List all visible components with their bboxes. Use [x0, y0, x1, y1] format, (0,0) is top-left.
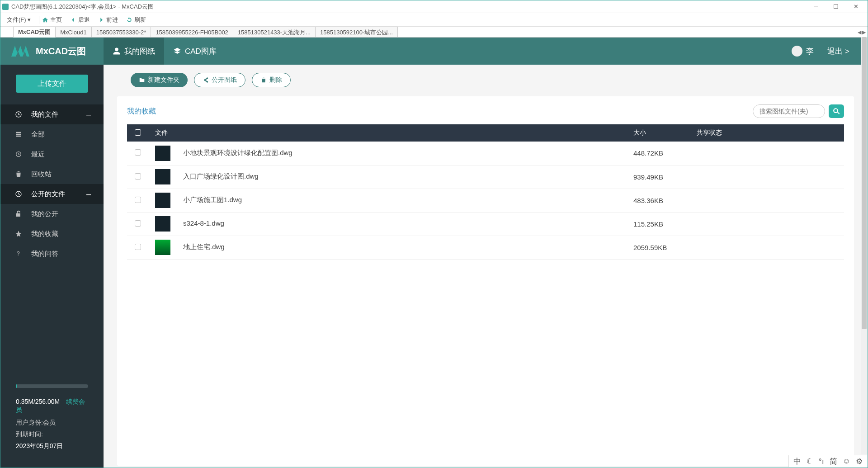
ime-lang[interactable]: 中 [793, 456, 801, 467]
collapse-icon: – [86, 110, 91, 119]
new-folder-button[interactable]: 新建文件夹 [131, 73, 188, 87]
tab-scroll-right-icon: ▶ [862, 29, 866, 35]
separator [39, 16, 39, 24]
question-icon: ? [15, 250, 22, 257]
sidebar-recycle[interactable]: 回收站 [0, 164, 104, 184]
col-share[interactable]: 共享状态 [690, 124, 844, 142]
share-icon [203, 77, 209, 83]
sidebar-recent[interactable]: 最近 [0, 144, 104, 164]
layers-icon [173, 47, 181, 55]
nav-cad-gallery[interactable]: CAD图库 [164, 38, 226, 65]
sidebar-my-fav[interactable]: 我的收藏 [0, 224, 104, 244]
file-name: 入口广场绿化设计图.dwg [183, 172, 259, 180]
document-tab[interactable]: MxCloud1 [55, 27, 92, 38]
browser-toolbar: 文件(F) ▾ 主页 后退 前进 刷新 [0, 13, 868, 27]
file-size: 448.72KB [627, 142, 690, 165]
forward-button[interactable]: 前进 [98, 16, 118, 24]
table-row[interactable]: s324-8-1.dwg115.25KB [127, 212, 844, 236]
nav-my-drawings[interactable]: 我的图纸 [104, 38, 164, 65]
document-tab[interactable]: 1585037553330-2* [91, 27, 151, 38]
storage-panel: 0.35M/256.00M 续费会员 用户身份:会员 到期时间: 2023年05… [0, 384, 104, 468]
document-tab[interactable]: 1585130592100-城市公园... [315, 27, 398, 38]
row-checkbox[interactable] [135, 197, 141, 203]
file-thumbnail [155, 193, 170, 208]
back-button[interactable]: 后退 [70, 16, 90, 24]
file-name: 小地块景观环境设计绿化配置图.dwg [183, 149, 292, 156]
home-button[interactable]: 主页 [42, 16, 62, 24]
row-checkbox[interactable] [135, 173, 141, 180]
row-checkbox[interactable] [135, 149, 141, 156]
col-size[interactable]: 大小 [627, 124, 690, 142]
refresh-icon [126, 17, 132, 23]
titlebar: CAD梦想画图(6.1.20220304)<李,会员1> - MxCAD云图 ─… [0, 0, 868, 13]
file-share-status [690, 189, 844, 212]
svg-text:?: ? [17, 251, 20, 257]
sidebar-all[interactable]: 全部 [0, 124, 104, 144]
file-menu[interactable]: 文件(F) ▾ [7, 16, 31, 24]
smile-icon[interactable]: ☺ [843, 457, 850, 466]
avatar[interactable] [792, 46, 802, 57]
ime-bar: 中 ☾ °ו 简 ☺ ⚙ [788, 455, 867, 467]
file-size: 939.49KB [627, 165, 690, 189]
collapse-icon-2: – [86, 189, 91, 199]
vertical-scrollbar[interactable] [861, 37, 868, 454]
storage-used-label: 0.35M/256.00M [16, 398, 60, 405]
username: 李 [806, 46, 814, 57]
storage-bar [16, 384, 88, 388]
back-icon [70, 17, 76, 23]
file-thumbnail [155, 216, 170, 232]
row-checkbox[interactable] [135, 220, 141, 227]
delete-button[interactable]: 删除 [252, 73, 291, 87]
moon-icon[interactable]: ☾ [807, 457, 813, 466]
tabstrip: MxCAD云图MxCloud11585037553330-2*158503995… [0, 27, 868, 38]
col-file[interactable]: 文件 [149, 124, 627, 142]
select-all-checkbox[interactable] [135, 129, 141, 136]
table-row[interactable]: 小广场施工图1.dwg483.36KB [127, 189, 844, 212]
ime-punct-icon[interactable]: °ו [819, 457, 824, 466]
recent-icon [15, 151, 22, 158]
brand-logo-icon [11, 46, 29, 57]
row-checkbox[interactable] [135, 244, 141, 250]
sidebar-my-files[interactable]: 我的文件– [0, 104, 104, 124]
file-size: 483.36KB [627, 189, 690, 212]
document-tab[interactable]: 1585039955226-FH05B002 [151, 27, 233, 38]
table-row[interactable]: 入口广场绿化设计图.dwg939.49KB [127, 165, 844, 189]
brand: MxCAD云图 [0, 45, 104, 57]
logout-button[interactable]: 退出 > [827, 46, 849, 57]
upload-button[interactable]: 上传文件 [16, 75, 88, 93]
refresh-button[interactable]: 刷新 [126, 16, 146, 24]
table-row[interactable]: 小地块景观环境设计绿化配置图.dwg448.72KB [127, 142, 844, 165]
file-share-status [690, 142, 844, 165]
file-name: 地上住宅.dwg [183, 243, 225, 251]
table-row[interactable]: 地上住宅.dwg2059.59KB [127, 236, 844, 259]
sidebar: 上传文件 我的文件– 全部 最近 回收站 [0, 65, 104, 468]
public-drawing-button[interactable]: 公开图纸 [194, 73, 245, 87]
forward-icon [98, 17, 104, 23]
user-role-label: 用户身份:会员 [16, 419, 88, 427]
clock-icon [15, 111, 22, 118]
sidebar-my-qa[interactable]: ? 我的问答 [0, 244, 104, 264]
file-name: s324-8-1.dwg [183, 219, 224, 227]
document-tab[interactable]: MxCAD云图 [13, 27, 56, 38]
search-input[interactable] [753, 104, 825, 118]
search-button[interactable] [829, 104, 844, 118]
person-icon [113, 47, 121, 55]
sidebar-public-files[interactable]: 公开的文件– [0, 184, 104, 204]
breadcrumb[interactable]: 我的收藏 [127, 107, 156, 116]
minimize-button[interactable]: ─ [806, 0, 826, 13]
expire-label: 到期时间: [16, 430, 88, 439]
search-icon [833, 108, 840, 115]
file-name: 小广场施工图1.dwg [183, 196, 242, 203]
close-button[interactable]: ✕ [846, 0, 866, 13]
maximize-button[interactable]: ☐ [826, 0, 846, 13]
file-thumbnail [155, 146, 170, 161]
expire-date: 2023年05月07日 [16, 442, 88, 450]
file-share-status [690, 212, 844, 236]
app-logo-icon [2, 4, 9, 10]
tab-scroll-arrows[interactable]: ◀▶ [858, 27, 866, 38]
window-title: CAD梦想画图(6.1.20220304)<李,会员1> - MxCAD云图 [11, 3, 806, 11]
gear-icon[interactable]: ⚙ [856, 457, 863, 466]
document-tab[interactable]: 1585130521433-天池湖月... [233, 27, 316, 38]
ime-simp[interactable]: 简 [830, 456, 837, 467]
sidebar-my-public[interactable]: 我的公开 [0, 204, 104, 224]
